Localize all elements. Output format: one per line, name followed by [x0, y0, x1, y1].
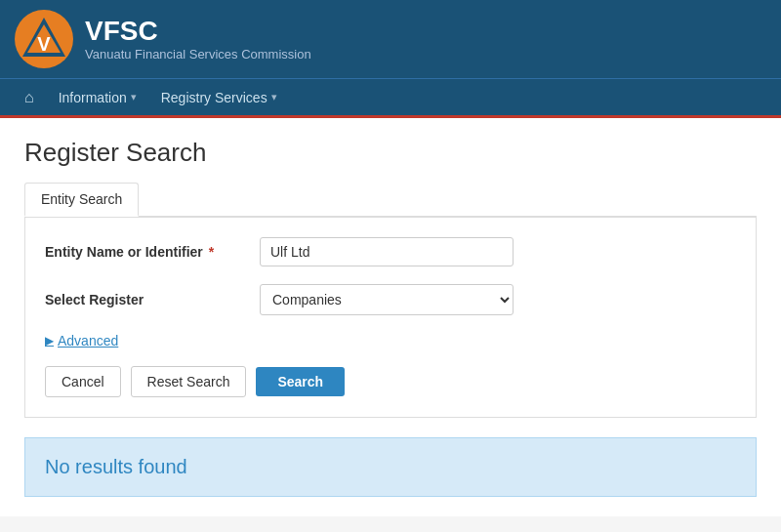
- buttons-row: Cancel Reset Search Search: [45, 366, 736, 397]
- entity-name-label: Entity Name or Identifier *: [45, 244, 260, 260]
- cancel-button[interactable]: Cancel: [45, 366, 121, 397]
- tab-entity-search[interactable]: Entity Search: [24, 183, 139, 217]
- nav-item-registry-services[interactable]: Registry Services ▾: [151, 84, 287, 111]
- tabs-bar: Entity Search: [24, 183, 757, 218]
- advanced-label: Advanced: [58, 333, 118, 348]
- select-register-dropdown[interactable]: Companies Trusts Partnerships Foundation…: [260, 284, 514, 315]
- site-header: V VFSC Vanuatu Financial Services Commis…: [0, 0, 781, 78]
- main-content: Register Search Entity Search Entity Nam…: [0, 118, 781, 516]
- entity-name-input[interactable]: [260, 237, 514, 266]
- nav-home-icon[interactable]: ⌂: [15, 83, 44, 112]
- select-register-label: Select Register: [45, 292, 260, 307]
- required-star: *: [205, 244, 214, 260]
- logo-text: VFSC Vanuatu Financial Services Commissi…: [85, 17, 311, 61]
- advanced-arrow-icon: ▶: [45, 334, 54, 348]
- registry-chevron-icon: ▾: [271, 91, 277, 103]
- nav-information-label: Information: [59, 90, 127, 105]
- logo-wrap: V VFSC Vanuatu Financial Services Commis…: [15, 10, 311, 68]
- svg-text:V: V: [37, 33, 51, 55]
- nav-item-information[interactable]: Information ▾: [49, 84, 146, 111]
- vfsc-logo: V: [15, 10, 73, 68]
- information-chevron-icon: ▾: [131, 91, 137, 103]
- reset-search-button[interactable]: Reset Search: [131, 366, 247, 397]
- org-name: Vanuatu Financial Services Commission: [85, 47, 311, 61]
- nav-registry-label: Registry Services: [161, 90, 267, 105]
- search-button[interactable]: Search: [256, 367, 345, 396]
- no-results-text: No results found: [45, 456, 187, 477]
- advanced-toggle[interactable]: ▶ Advanced: [45, 333, 736, 348]
- select-register-row: Select Register Companies Trusts Partner…: [45, 284, 736, 315]
- page-title: Register Search: [24, 138, 757, 168]
- org-acronym: VFSC: [85, 17, 311, 47]
- form-area: Entity Name or Identifier * Select Regis…: [24, 218, 757, 418]
- navigation: ⌂ Information ▾ Registry Services ▾: [0, 78, 781, 115]
- no-results-panel: No results found: [24, 437, 757, 497]
- entity-name-row: Entity Name or Identifier *: [45, 237, 736, 266]
